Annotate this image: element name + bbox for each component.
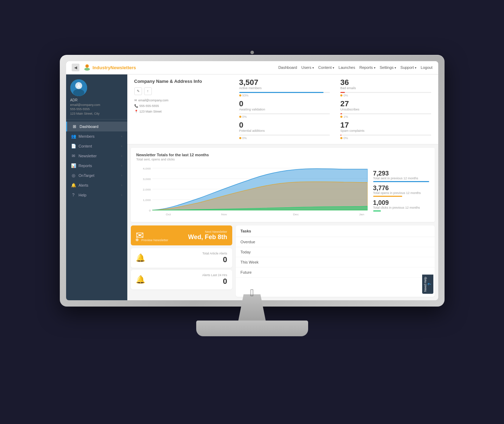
chart-opens-value: 3,776 [373,185,429,191]
help-icon: ? [71,193,76,197]
stat-unsubscribes: 27 Unsubscribes 1% [340,100,431,118]
newsletter-panel: ✉ Next Newsletter Wed, Feb 8th Preview N… [131,225,232,297]
svg-text:Dec: Dec [293,213,299,216]
chart-subtitle: Total sent, opens and clicks [136,158,429,161]
email-icon: ✉ [134,99,137,102]
unsubscribes-label: Unsubscribes [340,108,431,111]
task-this-week-label: This Week [241,260,430,264]
monitor-shell: ◀ IndustryNewsletters [60,55,445,369]
phone-icon: 📞 [134,104,138,108]
total-alerts-info: Total Article Alerts 0 [149,252,227,264]
need-help-badge[interactable]: Need Help ? [422,275,433,294]
total-alerts-label: Total Article Alerts [149,252,227,255]
pct-dot6 [340,137,342,139]
chart-stat-sent: 7,293 Total sent in previous 12 months [373,170,429,182]
svg-text:Nov: Nov [221,213,227,216]
awaiting-pct: 0% [239,115,330,118]
chart-opens-label: Total opens in previous 12 months [373,191,429,195]
nav-dashboard[interactable]: Dashboard [278,65,297,70]
profile-address-detail: 📍 123 Main Street [134,110,232,113]
nav-logout[interactable]: Logout [421,65,433,70]
apple-logo:  [250,287,254,299]
screen: ◀ IndustryNewsletters [66,61,438,300]
nav-users[interactable]: Users [301,65,314,70]
svg-text:Oct: Oct [166,213,171,216]
upload-button[interactable]: ↑ [144,87,152,95]
bad-emails-value: 36 [340,79,431,86]
sidebar-item-alerts[interactable]: 🔔 Alerts › [66,180,127,190]
profile-actions: ✎ ↑ [134,87,232,95]
task-future: Future [236,267,435,278]
reports-icon: 📊 [71,163,76,168]
nav-reports[interactable]: Reports [359,65,375,70]
chart-section: Newsletter Totals for the last 12 months… [131,148,435,222]
spam-pct: 0% [340,136,431,140]
pct-dot3 [239,116,241,118]
unsubscribes-bar-fill [340,113,342,114]
potential-label: Potential additions [239,129,330,132]
reports-chevron: › [121,164,122,167]
location-icon: 📍 [134,110,138,113]
sidebar-label-dashboard: Dashboard [80,124,99,129]
sidebar-item-content[interactable]: 📄 Content › [66,141,127,151]
unsubscribes-value: 27 [340,100,431,108]
stat-potential: 0 Potential additions 0% [239,121,330,140]
task-overdue-label: Overdue [241,240,430,244]
sidebar-profile: A ADR email@company.com 555-555-5555 123… [66,74,127,120]
potential-pct: 0% [239,136,330,140]
active-members-bar-fill [239,92,324,93]
svg-point-1 [84,68,90,71]
sidebar-label-help: Help [79,193,87,197]
newsletter-dot-row: Preview Newsletter [136,236,168,243]
profile-company: ADR [70,98,123,102]
nav-content[interactable]: Content [318,65,334,70]
sidebar-item-help[interactable]: ? Help › [66,190,127,200]
preview-label: Preview Newsletter [141,238,168,242]
content-chevron: › [121,144,122,148]
svg-point-5 [73,89,84,96]
sidebar-item-ontarget[interactable]: ◎ OnTarget › [66,171,127,180]
stat-active-members: 3,507 Active members 93% [239,79,330,97]
top-nav: ◀ IndustryNewsletters [66,61,438,74]
profile-address: 123 Main Street, City [70,112,123,116]
last24-alerts-label: Alerts Last 24 Hrs [149,273,227,277]
sidebar-item-dashboard[interactable]: ⊞ Dashboard [66,122,127,131]
sidebar-label-reports: Reports [79,164,92,168]
sidebar-label-members: Members [79,134,95,138]
chart-clicks-bar [373,210,381,211]
sidebar-item-reports[interactable]: 📊 Reports › [66,161,127,171]
edit-button[interactable]: ✎ [134,87,142,95]
sidebar-item-newsletter[interactable]: ✉ Newsletter › [66,151,127,161]
active-members-value: 3,507 [239,79,330,86]
chart-sent-label: Total sent in previous 12 months [373,177,429,180]
newsletter-dot [136,238,139,241]
stat-awaiting: 0 Awaiting validation 0% [239,100,330,118]
back-button[interactable]: ◀ [72,64,79,71]
sidebar-item-members[interactable]: 👥 Members › [66,131,127,141]
help-question-icon: ? [427,277,432,292]
sidebar: A ADR email@company.com 555-555-5555 123… [66,74,127,300]
nav-settings[interactable]: Settings [380,65,396,70]
sidebar-label-content: Content [79,144,92,148]
svg-text:4,000: 4,000 [143,167,151,170]
task-today: Today [236,247,435,257]
tasks-header: Tasks [236,225,435,237]
svg-text:1,000: 1,000 [143,198,151,201]
next-newsletter-label: Next Newsletter [148,230,227,233]
chart-graph: 4,000 3,000 2,000 1,000 0 [136,165,368,217]
chart-stat-opens: 3,776 Total opens in previous 12 months [373,185,429,197]
profile-email: email@company.com [70,103,123,107]
total-alerts-value: 0 [149,255,227,264]
bottom-panels: ✉ Next Newsletter Wed, Feb 8th Preview N… [131,225,435,297]
potential-bar [239,135,330,136]
main-area: A ADR email@company.com 555-555-5555 123… [66,74,438,300]
alerts-icon: 🔔 [71,183,76,188]
nav-support[interactable]: Support [400,65,417,70]
sidebar-label-newsletter: Newsletter [79,154,97,158]
nav-launches[interactable]: Launches [339,65,355,70]
unsubscribes-pct: 1% [340,115,431,118]
stat-spam: 17 Spam complaints 0% [340,121,431,140]
last24-alerts-info: Alerts Last 24 Hrs 0 [149,273,227,286]
task-overdue: Overdue [236,237,435,247]
ontarget-icon: ◎ [71,173,76,178]
